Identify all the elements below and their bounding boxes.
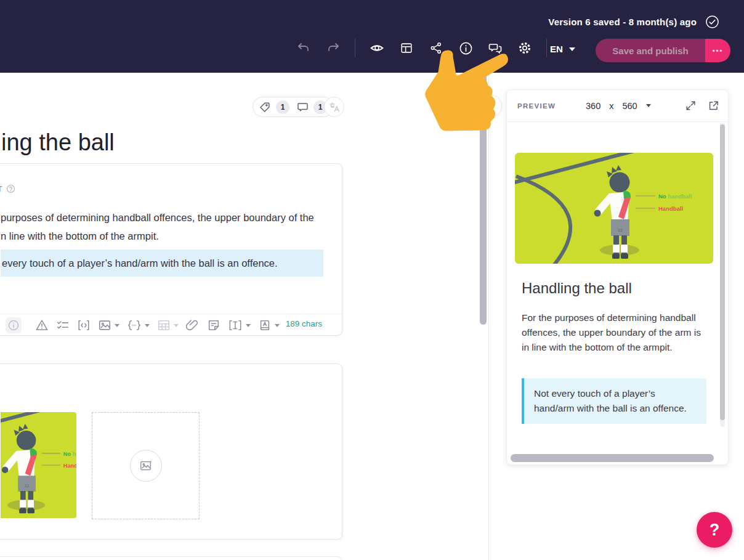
- help-button-label: ?: [710, 521, 720, 540]
- chevron-down-icon: [115, 324, 119, 327]
- language-label: EN: [550, 44, 563, 54]
- chevron-right-icon: [487, 102, 495, 110]
- svg-text:11: 11: [25, 483, 30, 489]
- comment-icon: [297, 101, 309, 113]
- save-split-button: Save and publish •••: [596, 39, 730, 62]
- chevron-down-icon: [246, 324, 251, 327]
- comments-icon[interactable]: [487, 40, 503, 56]
- chevron-down-icon: [569, 47, 575, 51]
- tag-count-badge: 1: [276, 100, 289, 114]
- image-upload-placeholder[interactable]: [92, 412, 200, 519]
- help-button[interactable]: ?: [697, 512, 732, 548]
- preview-size-selector[interactable]: 360 x 560: [586, 101, 651, 111]
- save-and-publish-button[interactable]: Save and publish: [596, 39, 705, 62]
- code-block-tool-icon[interactable]: [77, 319, 91, 332]
- image-thumbnail[interactable]: 11 No handball Handball: [1, 412, 76, 518]
- tag-icon: [259, 101, 271, 113]
- text-block-card: T purposes of determining handball offen…: [0, 163, 342, 336]
- undo-icon[interactable]: [296, 40, 312, 56]
- checklist-tool-icon[interactable]: [56, 319, 70, 332]
- glossary-tool-icon[interactable]: [258, 319, 280, 332]
- preview-illustration: 11 No handball Handball: [515, 153, 713, 264]
- expand-preview-icon[interactable]: [685, 100, 697, 112]
- text-placeholder-tool-icon[interactable]: [228, 319, 251, 332]
- chevron-down-icon: [646, 104, 651, 107]
- settings-gear-icon[interactable]: [517, 40, 533, 56]
- paragraph-line-2: n line with the bottom of the armpit.: [1, 227, 321, 245]
- info-tool-icon[interactable]: [6, 317, 22, 333]
- help-circle-icon[interactable]: [6, 184, 15, 193]
- version-status: Version 6 saved - 8 month(s) ago: [548, 17, 697, 27]
- tags-comments-pill[interactable]: 1 1: [253, 97, 334, 117]
- preview-label: PREVIEW: [517, 102, 556, 110]
- collapse-preview-button[interactable]: [480, 95, 502, 117]
- info-icon[interactable]: [458, 40, 474, 56]
- translate-button[interactable]: [324, 97, 344, 117]
- chevron-down-icon: [174, 324, 179, 327]
- preview-vertical-scrollbar[interactable]: [720, 124, 725, 420]
- preview-height: 560: [622, 101, 637, 111]
- block-label-fragment: T: [0, 185, 2, 193]
- svg-text:11: 11: [618, 227, 623, 233]
- warning-tool-icon[interactable]: [35, 319, 49, 332]
- char-count: 189 chars: [286, 319, 322, 328]
- chevron-down-icon: [145, 324, 150, 327]
- preview-size-separator: x: [609, 101, 613, 111]
- toolbar-divider: [355, 39, 355, 57]
- preview-eye-icon[interactable]: [369, 40, 385, 56]
- preview-width: 360: [586, 101, 600, 111]
- svg-text:Handball: Handball: [63, 463, 76, 469]
- preview-panel: PREVIEW 360 x 560: [506, 89, 729, 465]
- svg-text:No handball: No handball: [63, 451, 76, 457]
- insert-image-tool-icon[interactable]: [98, 319, 119, 332]
- svg-text:No handball: No handball: [658, 193, 692, 200]
- add-image-icon: [130, 450, 162, 482]
- handball-illustration: 11 No handball Handball: [515, 153, 713, 264]
- next-block-card-edge: [0, 556, 342, 560]
- layout-icon[interactable]: [398, 40, 414, 56]
- translate-icon: [328, 101, 341, 113]
- preview-card-callout: Not every touch of a player’s hand/arm w…: [522, 378, 706, 424]
- share-icon[interactable]: [428, 40, 444, 56]
- paragraph-line-1: purposes of determining handball offence…: [1, 208, 321, 227]
- page-title: ing the ball: [1, 129, 115, 156]
- preview-card-title: Handling the ball: [522, 280, 632, 297]
- saved-check-icon: [705, 15, 719, 29]
- handball-illustration-thumb: 11 No handball Handball: [1, 412, 76, 518]
- top-bar: Version 6 saved - 8 month(s) ago: [0, 0, 744, 73]
- note-tool-icon[interactable]: [207, 319, 220, 332]
- variables-tool-icon[interactable]: [127, 319, 150, 332]
- language-selector[interactable]: EN: [550, 44, 575, 54]
- preview-card-body: For the purposes of determining handball…: [522, 310, 708, 355]
- panel-divider: [488, 73, 489, 560]
- callout-text: every touch of a player’s hand/arm with …: [1, 258, 278, 269]
- svg-text:Handball: Handball: [658, 205, 683, 212]
- redo-icon[interactable]: [325, 40, 341, 56]
- image-block-card: 11 No handball Handball: [0, 363, 342, 540]
- table-tool-icon[interactable]: [157, 319, 179, 332]
- attachment-tool-icon[interactable]: [186, 319, 200, 332]
- toolbar-divider: [546, 39, 547, 57]
- open-in-new-window-icon[interactable]: [708, 100, 719, 112]
- preview-header: PREVIEW 360 x 560: [507, 90, 728, 122]
- chevron-down-icon: [275, 324, 280, 327]
- preview-horizontal-scrollbar[interactable]: [511, 454, 714, 462]
- more-actions-button[interactable]: •••: [705, 39, 730, 62]
